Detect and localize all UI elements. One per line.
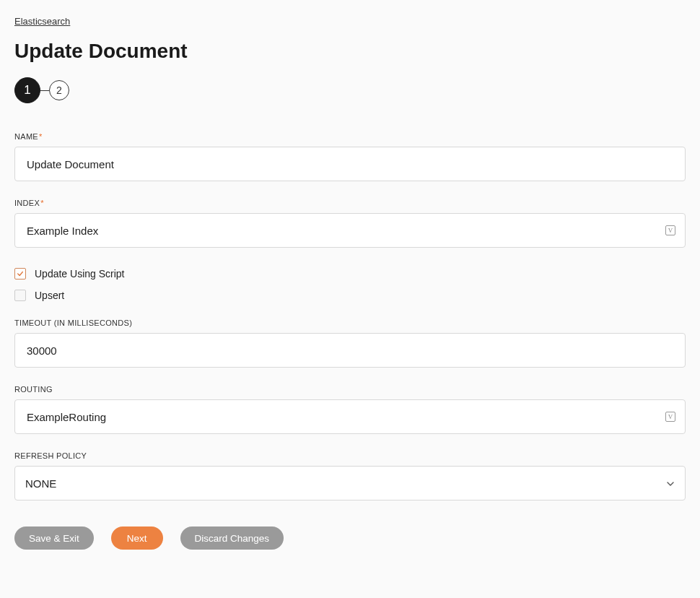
stepper: 1 2 (14, 77, 686, 103)
refresh-policy-select[interactable]: NONE (14, 466, 686, 500)
next-button[interactable]: Next (111, 526, 163, 550)
update-using-script-checkbox[interactable]: Update Using Script (14, 268, 686, 280)
timeout-input-wrapper (14, 333, 686, 368)
checkbox-unchecked-icon (14, 290, 26, 301)
page-title: Update Document (14, 40, 686, 63)
update-using-script-label: Update Using Script (35, 268, 125, 280)
timeout-input[interactable] (25, 334, 675, 367)
name-input[interactable] (25, 147, 675, 181)
chevron-down-icon (666, 480, 673, 487)
save-and-exit-button[interactable]: Save & Exit (14, 526, 94, 550)
index-input[interactable] (25, 214, 675, 247)
variable-icon[interactable]: V (665, 411, 676, 422)
upsert-checkbox[interactable]: Upsert (14, 290, 686, 301)
name-label: NAME* (14, 132, 686, 141)
breadcrumb-elasticsearch[interactable]: Elasticsearch (14, 16, 70, 27)
checkbox-checked-icon (14, 268, 26, 280)
index-label: INDEX* (14, 199, 686, 207)
timeout-label: TIMEOUT (IN MILLISECONDS) (14, 318, 686, 327)
variable-icon[interactable]: V (665, 225, 676, 236)
upsert-label: Upsert (35, 290, 64, 301)
step-2[interactable]: 2 (49, 80, 69, 100)
name-input-wrapper (14, 147, 686, 181)
routing-label: ROUTING (14, 385, 686, 394)
refresh-policy-value: NONE (25, 477, 56, 490)
discard-changes-button[interactable]: Discard Changes (180, 526, 284, 550)
step-connector (40, 90, 49, 91)
step-1[interactable]: 1 (14, 77, 40, 103)
routing-input[interactable] (25, 400, 675, 433)
index-input-wrapper: V (14, 213, 686, 248)
routing-input-wrapper: V (14, 399, 686, 434)
refresh-policy-label: REFRESH POLICY (14, 451, 686, 460)
